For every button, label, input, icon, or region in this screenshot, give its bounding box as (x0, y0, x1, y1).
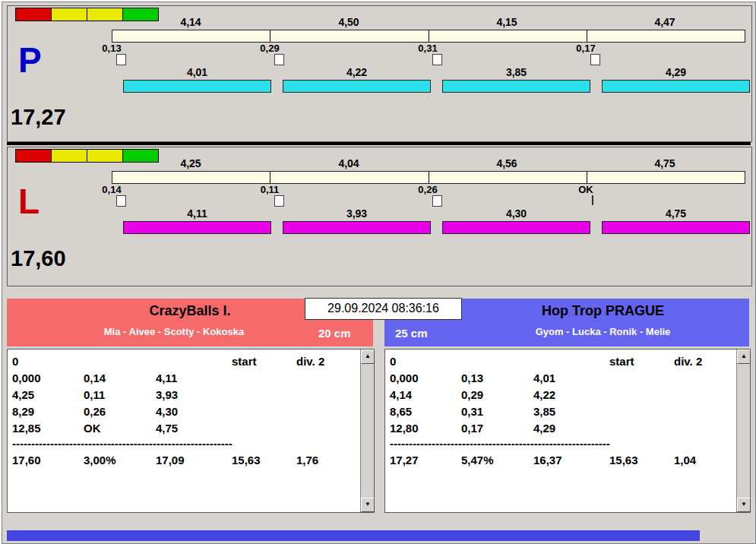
start-column-label: start (609, 355, 674, 368)
table-content: 0 start div. 2 0,000 0,14 4,11 4,25 0,11… (12, 353, 357, 468)
split-time-label: 4,75 (586, 157, 744, 169)
table-header-row: 0 start div. 2 (390, 353, 733, 369)
changeover-checkbox[interactable] (274, 195, 284, 207)
faults-count: 0 (12, 355, 84, 368)
table-separator: ----------------------------------------… (12, 436, 232, 451)
run-time: 3,93 (156, 388, 232, 401)
changeover-checkbox[interactable] (432, 195, 442, 207)
split-time-label: 4,25 (112, 157, 270, 169)
run-time-labels: 4,01 4,22 3,85 4,29 (123, 66, 750, 78)
run-time: 4,11 (156, 372, 232, 384)
lane-panel-l: L 4,25 4,04 4,56 4,75 0,14 0,11 0,26 OK … (7, 147, 752, 286)
changeover-checkbox[interactable] (432, 54, 442, 65)
jump-height-right: 25 cm (395, 327, 428, 340)
split-time-label: 4,47 (586, 16, 744, 28)
run-bars (123, 221, 750, 234)
split-bar-segment (112, 172, 270, 183)
table-row: 4,25 0,11 3,93 (12, 386, 357, 403)
split-time-label: 4,15 (428, 16, 586, 28)
changeover-checkbox[interactable] (590, 54, 600, 65)
run-time-label: 4,75 (602, 207, 750, 220)
team-members-right: Gyom - Lucka - Ronik - Melie (457, 326, 749, 337)
table-row: 0,000 0,13 4,01 (390, 369, 733, 386)
scroll-up-button[interactable]: ▲ (361, 349, 375, 364)
changeover-time-label: 0,17 (568, 43, 603, 54)
table-header-row: 0 start div. 2 (12, 353, 357, 369)
table-row: 12,85 OK 4,75 (12, 419, 357, 436)
changeover-checkbox[interactable] (116, 54, 126, 65)
changeover-time-label: 0,11 (252, 184, 287, 195)
start-column-label: start (232, 355, 296, 368)
start-light-yellow-1 (51, 149, 87, 163)
run-time-label: 3,85 (442, 66, 590, 78)
run-time-label: 4,29 (602, 66, 750, 78)
cumulative-time: 8,29 (12, 405, 84, 418)
split-bar-segment (270, 30, 429, 42)
table-totals-row: 17,27 5,47% 16,37 15,63 1,04 (390, 451, 733, 468)
changeover-time-label: 0,14 (94, 184, 129, 195)
split-bar-segment (112, 30, 270, 42)
scroll-down-button[interactable]: ▼ (737, 498, 751, 512)
total-percent: 5,47% (461, 454, 533, 467)
run-time: 4,01 (533, 372, 609, 384)
changeover-time: 0,17 (461, 422, 533, 435)
cumulative-time: 4,14 (390, 388, 461, 401)
run-time-label: 3,93 (283, 207, 431, 220)
table-content: 0 start div. 2 0,000 0,13 4,01 4,14 0,29… (390, 353, 733, 468)
cumulative-time: 12,80 (390, 422, 461, 435)
result-table-left: 0 start div. 2 0,000 0,14 4,11 4,25 0,11… (7, 349, 375, 513)
start-light-yellow-1 (51, 8, 87, 21)
split-bar-segment (429, 172, 587, 183)
lane-total-p: 17,27 (11, 106, 66, 128)
split-bar-segment (587, 172, 745, 183)
run-bar-segment (283, 80, 431, 93)
changeover-time: 0,11 (84, 388, 156, 401)
run-time-label: 4,22 (283, 66, 431, 78)
changeover-time-label: 0,31 (410, 43, 445, 54)
scrollbar[interactable]: ▲ ▼ (736, 349, 750, 512)
run-bar-segment (123, 221, 271, 234)
scrollbar[interactable]: ▲ ▼ (360, 349, 374, 512)
split-bar (112, 171, 745, 184)
changeover-time: 0,14 (84, 372, 156, 384)
result-table-right: 0 start div. 2 0,000 0,13 4,01 4,14 0,29… (384, 349, 751, 513)
table-row: 12,80 0,17 4,29 (390, 419, 733, 436)
scroll-up-icon: ▲ (365, 353, 371, 359)
cumulative-time: 8,65 (390, 405, 461, 418)
run-time-label: 4,01 (123, 66, 271, 78)
table-row: 8,65 0,31 3,85 (390, 403, 733, 419)
table-totals-row: 17,60 3,00% 17,09 15,63 1,76 (12, 451, 357, 468)
changeover-time: 0,26 (84, 405, 156, 418)
changeover-checkbox[interactable] (274, 54, 284, 65)
cumulative-time: 4,25 (12, 388, 84, 401)
faults-count: 0 (390, 355, 461, 368)
datetime-display: 29.09.2024 08:36:16 (305, 298, 462, 320)
table-row: 4,14 0,29 4,22 (390, 386, 733, 403)
cumulative-time: 12,85 (12, 422, 84, 435)
start-light-red (15, 149, 52, 163)
lane-total-l: 17,60 (11, 248, 66, 270)
run-time: 4,22 (533, 388, 609, 401)
division-label: div. 2 (674, 355, 733, 368)
run-time: 4,75 (156, 422, 232, 435)
scroll-up-button[interactable]: ▲ (737, 349, 751, 364)
split-time-labels: 4,14 4,50 4,15 4,47 (112, 16, 744, 28)
changeover-time: 0,29 (461, 388, 533, 401)
split-bar (112, 30, 745, 43)
lane-letter-p: P (18, 43, 42, 77)
changeover-checkbox[interactable] (116, 195, 126, 207)
run-time: 4,30 (156, 405, 232, 418)
split-time-label: 4,50 (270, 16, 428, 28)
total-time: 17,27 (390, 454, 461, 467)
scroll-up-icon: ▲ (741, 353, 747, 359)
table-row: 8,29 0,26 4,30 (12, 403, 357, 419)
total-percent: 3,00% (84, 454, 156, 467)
scroll-down-button[interactable]: ▼ (361, 498, 375, 512)
split-time-label: 4,04 (270, 157, 428, 169)
adjusted-time: 17,09 (156, 454, 232, 467)
changeover-time: 0,31 (461, 405, 533, 418)
scroll-down-icon: ▼ (741, 501, 747, 508)
ok-tick-mark (592, 195, 593, 205)
run-time-labels: 4,11 3,93 4,30 4,75 (123, 207, 750, 220)
split-time-labels: 4,25 4,04 4,56 4,75 (112, 157, 744, 169)
